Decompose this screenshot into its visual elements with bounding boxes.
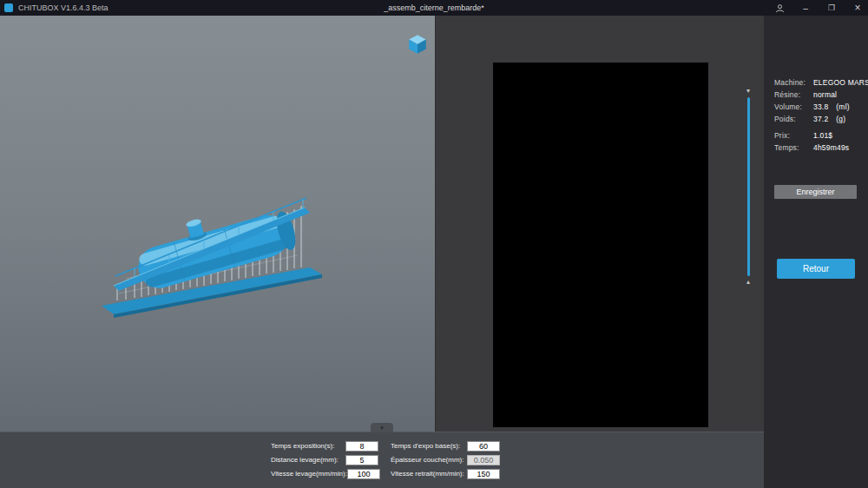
- model-3d: [91, 165, 343, 326]
- slice-preview-panel: ▾ ▴: [436, 16, 764, 488]
- param-exposure-time: Temps exposition(s):: [271, 440, 378, 452]
- chevron-up-icon[interactable]: ▴: [746, 278, 750, 287]
- user-account-icon[interactable]: [773, 1, 786, 15]
- info-row-temps: Temps: 4h59m49s: [774, 142, 863, 154]
- param-layer-thickness: Épaisseur couche(mm):: [391, 454, 500, 465]
- info-row-poids: Poids: 37.2 (g): [774, 113, 863, 125]
- layer-slider-track[interactable]: [747, 97, 750, 276]
- param-lift-speed: Vitesse levage(mm/min):: [271, 468, 378, 479]
- slice-layer-image: [493, 63, 708, 427]
- print-info-rows: Machine: ELEGOO MARS Résine: normal Volu…: [774, 76, 863, 154]
- print-info-sidebar: Machine: ELEGOO MARS Résine: normal Volu…: [764, 16, 868, 488]
- print-params-panel: ▼ Temps exposition(s): Distance levage(m…: [0, 432, 764, 488]
- collapse-panel-button[interactable]: ▼: [371, 423, 393, 432]
- param-lift-distance: Distance levage(mm):: [271, 454, 378, 465]
- info-row-volume: Volume: 33.8 (ml): [774, 101, 863, 113]
- viewport-3d[interactable]: [0, 16, 436, 488]
- param-bottom-exposure: Temps d'expo base(s):: [391, 440, 500, 452]
- triangle-down-icon: ▼: [379, 425, 385, 431]
- maximize-button[interactable]: ❐: [825, 1, 838, 15]
- save-button[interactable]: Enregistrer: [774, 185, 857, 199]
- titlebar: CHITUBOX V1.6.4.3 Beta _assemb_citerne_r…: [0, 0, 868, 16]
- params-column-left: Temps exposition(s): Distance levage(mm)…: [271, 440, 378, 479]
- chitubox-window: CHITUBOX V1.6.4.3 Beta _assemb_citerne_r…: [0, 0, 868, 488]
- view-cube-icon[interactable]: [406, 33, 429, 56]
- info-row-prix: Prix: 1.01$: [774, 129, 863, 142]
- exposure-time-input[interactable]: [345, 441, 378, 452]
- layer-slider[interactable]: ▾ ▴: [741, 87, 755, 287]
- app-title: CHITUBOX V1.6.4.3 Beta: [18, 3, 108, 12]
- layer-thickness-input: [467, 455, 500, 465]
- chevron-down-icon[interactable]: ▾: [746, 87, 750, 96]
- minimize-button[interactable]: –: [799, 1, 812, 15]
- lift-distance-input[interactable]: [345, 455, 378, 465]
- close-button[interactable]: ×: [851, 1, 865, 15]
- retract-speed-input[interactable]: [467, 469, 500, 479]
- app-logo-icon: [4, 3, 13, 12]
- info-row-machine: Machine: ELEGOO MARS: [774, 76, 863, 89]
- params-column-right: Temps d'expo base(s): Épaisseur couche(m…: [391, 440, 500, 479]
- lift-speed-input[interactable]: [347, 469, 380, 479]
- param-retract-speed: Vitesse retrait(mm/min):: [391, 468, 500, 479]
- info-row-resine: Résine: normal: [774, 89, 863, 101]
- back-button[interactable]: Retour: [777, 259, 855, 279]
- bottom-exposure-input[interactable]: [467, 441, 500, 452]
- document-title: _assemb_citerne_rembarde*: [0, 3, 868, 12]
